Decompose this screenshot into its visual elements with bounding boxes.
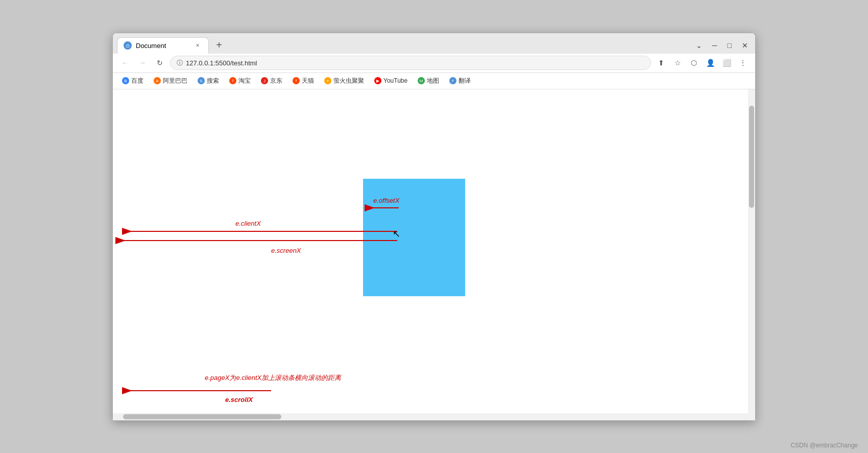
bookmark-map[interactable]: M 地图 — [414, 75, 443, 87]
new-tab-button[interactable]: + — [211, 37, 227, 54]
bookmark-alibaba[interactable]: A 阿里巴巴 — [150, 75, 191, 87]
forward-button[interactable]: → — [135, 56, 150, 70]
tab-bar: ⊙ Document × + — [117, 33, 693, 54]
scrollbar-bottom[interactable] — [113, 413, 748, 420]
toolbar-right: ⬆ ☆ ⬡ 👤 ⬜ ⋮ — [654, 56, 750, 70]
refresh-button[interactable]: ↻ — [153, 56, 167, 70]
menu-icon[interactable]: ⋮ — [736, 56, 750, 70]
arrows-svg — [113, 89, 755, 420]
bookmarks-bar: B 百度 A 阿里巴巴 S 搜索 T 淘宝 J 京东 T 天猫 Y 萤火虫聚聚 … — [113, 73, 755, 89]
back-button[interactable]: ← — [118, 56, 132, 70]
refresh-icon: ↻ — [157, 59, 163, 67]
address-input[interactable]: ⓘ 127.0.0.1:5500/test.html — [170, 56, 651, 70]
minimize-button2[interactable]: ─ — [709, 40, 720, 51]
scrollbar-right[interactable] — [748, 89, 755, 420]
extension-icon[interactable]: ⬡ — [687, 56, 701, 70]
tianmao-label: 天猫 — [302, 77, 314, 85]
screenX-label: e.screenX — [271, 247, 301, 254]
youtube-label: YouTube — [383, 77, 407, 84]
bookmark-translate[interactable]: F 翻译 — [445, 75, 475, 87]
scrollX-label: e.scrollX — [225, 396, 253, 403]
search-label: 搜索 — [207, 77, 219, 85]
scroll-thumb-vertical[interactable] — [749, 106, 754, 208]
translate-label: 翻译 — [459, 77, 471, 85]
close-button[interactable]: ✕ — [739, 40, 751, 51]
secure-icon: ⓘ — [177, 59, 183, 67]
offsetX-label: e.offsetX — [373, 197, 399, 204]
bookmark-youtube[interactable]: ▶ YouTube — [370, 76, 412, 86]
browser-window: ⊙ Document × + ⌄ ─ □ ✕ ← → ↻ ⓘ 127.0.0.1… — [112, 33, 756, 421]
bookmark-taobao[interactable]: T 淘宝 — [225, 75, 255, 87]
bookmark-firefly[interactable]: Y 萤火虫聚聚 — [320, 75, 368, 87]
bookmark-search[interactable]: S 搜索 — [194, 75, 223, 87]
forward-icon: → — [139, 59, 146, 67]
minimize-button[interactable]: ⌄ — [693, 40, 705, 51]
window-controls: ⌄ ─ □ ✕ — [693, 40, 751, 54]
back-icon: ← — [122, 59, 129, 67]
taobao-label: 淘宝 — [238, 77, 251, 85]
webpage-content: e.offsetX e.clientX e.screenX ↖ e.pageX为… — [113, 89, 755, 420]
tab-title: Document — [136, 42, 166, 50]
split-view-icon[interactable]: ⬜ — [719, 56, 734, 70]
title-bar: ⊙ Document × + ⌄ ─ □ ✕ — [113, 33, 755, 54]
jd-icon: J — [261, 77, 268, 84]
alibaba-icon: A — [154, 77, 161, 84]
profile-icon[interactable]: 👤 — [703, 56, 717, 70]
tab-favicon: ⊙ — [124, 41, 132, 50]
address-text: 127.0.0.1:5500/test.html — [186, 59, 257, 67]
map-label: 地图 — [427, 77, 439, 85]
bookmark-baidu[interactable]: B 百度 — [118, 75, 148, 87]
baidu-icon: B — [122, 77, 129, 84]
clientX-label: e.clientX — [235, 220, 261, 227]
pageX-desc: e.pageX为e.clientX加上滚动条横向滚动的距离 — [205, 373, 341, 383]
restore-button[interactable]: □ — [725, 40, 735, 51]
tianmao-icon: T — [293, 77, 300, 84]
youtube-icon: ▶ — [374, 77, 381, 84]
scroll-thumb-horizontal[interactable] — [123, 414, 281, 419]
map-icon: M — [418, 77, 425, 84]
cursor-icon: ↖ — [393, 228, 400, 240]
jd-label: 京东 — [270, 77, 282, 85]
taobao-icon: T — [229, 77, 236, 84]
tab-close-button[interactable]: × — [193, 41, 202, 50]
address-bar: ← → ↻ ⓘ 127.0.0.1:5500/test.html ⬆ ☆ ⬡ 👤… — [113, 54, 755, 73]
firefly-icon: Y — [324, 77, 331, 84]
bookmark-jd[interactable]: J 京东 — [257, 75, 286, 87]
share-icon[interactable]: ⬆ — [654, 56, 668, 70]
baidu-label: 百度 — [131, 77, 143, 85]
search-bm-icon: S — [198, 77, 205, 84]
active-tab[interactable]: ⊙ Document × — [117, 37, 209, 54]
firefly-label: 萤火虫聚聚 — [333, 77, 364, 85]
alibaba-label: 阿里巴巴 — [163, 77, 187, 85]
watermark: CSDN @embracChange — [790, 442, 858, 449]
bookmark-icon[interactable]: ☆ — [670, 56, 685, 70]
translate-icon: F — [449, 77, 456, 84]
bookmark-tianmao[interactable]: T 天猫 — [288, 75, 318, 87]
